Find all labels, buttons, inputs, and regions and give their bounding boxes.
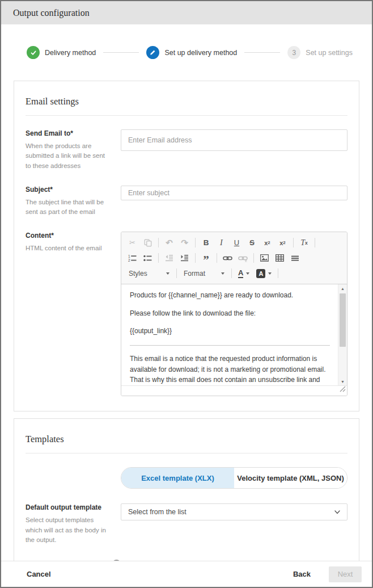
templates-heading: Templates bbox=[26, 434, 347, 445]
styles-dropdown[interactable]: Styles bbox=[125, 267, 173, 280]
styles-dropdown-label: Styles bbox=[129, 270, 160, 278]
send-email-to-label: Send Email to* bbox=[26, 129, 111, 137]
step-setup-delivery-method[interactable]: Set up delivery method bbox=[146, 46, 237, 59]
subject-help: The subject line that will be sent as pa… bbox=[26, 198, 111, 217]
format-dropdown[interactable]: Format bbox=[180, 267, 228, 280]
editor-body: Products for {{channel_name}} are ready … bbox=[121, 284, 347, 385]
background-color-icon: A bbox=[256, 269, 265, 278]
tab-excel-template[interactable]: Excel template (XLX) bbox=[121, 468, 234, 488]
editor-scrollbar[interactable]: ▲ ▼ bbox=[338, 284, 347, 385]
step-delivery-method[interactable]: Delivery method bbox=[27, 46, 96, 59]
resize-grip-icon[interactable] bbox=[340, 384, 346, 394]
editor-paragraph: This email is a notice that the requeste… bbox=[130, 354, 330, 385]
caret-down-icon bbox=[166, 272, 169, 275]
content-label-col: Content* HTML content of the email bbox=[26, 232, 121, 396]
toolbar-separator bbox=[195, 253, 196, 263]
send-email-to-row: Send Email to* When the products are sub… bbox=[26, 129, 347, 171]
content-horizontal-rule bbox=[130, 345, 330, 346]
rich-text-editor: ✂↶↷BIUSx2x2Tx 12” Styles Format bbox=[121, 232, 347, 396]
email-settings-heading: Email settings bbox=[26, 96, 347, 107]
bold-icon[interactable]: B bbox=[198, 236, 214, 249]
default-output-template-label: Default output template bbox=[26, 503, 111, 511]
subject-label: Subject* bbox=[26, 186, 111, 194]
default-output-template-help: Select output templates which will act a… bbox=[26, 515, 111, 545]
email-address-input[interactable] bbox=[121, 129, 347, 151]
text-color-button[interactable]: A bbox=[235, 267, 253, 280]
toolbar-separator bbox=[278, 268, 278, 278]
copy-icon bbox=[140, 236, 155, 249]
section-divider bbox=[26, 453, 347, 453]
email-settings-card: Email settings Send Email to* When the p… bbox=[14, 81, 359, 411]
toolbar-separator bbox=[293, 238, 294, 247]
bulleted-list-icon[interactable] bbox=[140, 251, 155, 264]
image-icon[interactable] bbox=[257, 251, 272, 264]
editor-footer-bar bbox=[121, 385, 347, 396]
default-output-template-row: Default output template Select output te… bbox=[26, 503, 347, 545]
caret-down-icon bbox=[246, 272, 249, 275]
editor-content[interactable]: Products for {{channel_name}} are ready … bbox=[121, 284, 347, 385]
subject-label-col: Subject* The subject line that will be s… bbox=[26, 186, 121, 217]
table-icon[interactable] bbox=[272, 251, 287, 264]
scroll-up-icon[interactable]: ▲ bbox=[338, 284, 347, 292]
scrollbar-thumb[interactable] bbox=[340, 293, 346, 347]
underline-icon[interactable]: U bbox=[229, 236, 244, 249]
stepper: Delivery method Set up delivery method 3… bbox=[27, 46, 353, 59]
editor-toolbar: ✂↶↷BIUSx2x2Tx 12” Styles Format bbox=[121, 232, 347, 284]
editor-paragraph: Please follow the link to download the f… bbox=[130, 308, 330, 319]
increase-indent-icon[interactable] bbox=[177, 251, 192, 264]
blockquote-icon[interactable]: ” bbox=[198, 251, 214, 264]
section-divider bbox=[26, 115, 347, 116]
subscript-icon[interactable]: x2 bbox=[260, 236, 275, 249]
text-color-icon: A bbox=[238, 269, 243, 278]
content-label: Content* bbox=[26, 232, 111, 240]
strikethrough-icon[interactable]: S bbox=[244, 236, 260, 249]
stepper-connector bbox=[244, 52, 280, 53]
numbered-list-icon[interactable]: 12 bbox=[125, 251, 140, 264]
default-output-template-select[interactable]: Select from the list bbox=[121, 503, 347, 520]
toolbar-row-2: 12” bbox=[125, 250, 344, 266]
send-email-to-label-col: Send Email to* When the products are sub… bbox=[26, 129, 121, 171]
back-button[interactable]: Back bbox=[293, 570, 311, 578]
step-label: Set up delivery method bbox=[164, 49, 237, 57]
background-color-button[interactable]: A bbox=[253, 267, 275, 280]
cancel-button[interactable]: Cancel bbox=[27, 570, 51, 578]
cut-icon: ✂ bbox=[125, 236, 140, 249]
step-label: Delivery method bbox=[45, 49, 96, 57]
toolbar-separator bbox=[176, 268, 177, 278]
step-setup-settings[interactable]: 3 Set up settings bbox=[287, 46, 353, 59]
step-label: Set up settings bbox=[306, 49, 353, 57]
editor-paragraph: Products for {{channel_name}} are ready … bbox=[130, 290, 330, 301]
template-type-tabs: Excel template (XLX) Velocity template (… bbox=[121, 467, 347, 489]
toolbar-separator bbox=[231, 268, 232, 278]
send-email-to-help: When the products are submitted a link w… bbox=[26, 141, 111, 171]
remove-format-icon[interactable]: Tx bbox=[296, 236, 312, 249]
superscript-icon[interactable]: x2 bbox=[275, 236, 290, 249]
redo-icon: ↷ bbox=[177, 236, 192, 249]
next-button[interactable]: Next bbox=[329, 566, 362, 582]
toolbar-row-3: Styles Format A bbox=[125, 266, 344, 281]
subject-row: Subject* The subject line that will be s… bbox=[26, 186, 347, 217]
editor-paragraph: {{output_link}} bbox=[130, 326, 330, 337]
horizontal-rule-icon[interactable] bbox=[287, 251, 303, 264]
svg-text:2: 2 bbox=[128, 258, 130, 262]
step-number-badge: 3 bbox=[287, 46, 300, 59]
select-value: Select from the list bbox=[128, 508, 186, 516]
subject-input[interactable] bbox=[121, 186, 347, 200]
decrease-indent-icon bbox=[162, 251, 177, 264]
dialog-titlebar: Output configuration bbox=[1, 1, 372, 24]
undo-icon: ↶ bbox=[162, 236, 177, 249]
italic-icon[interactable]: I bbox=[214, 236, 229, 249]
toolbar-row-1: ✂↶↷BIUSx2x2Tx bbox=[125, 235, 344, 250]
toolbar-separator bbox=[253, 253, 254, 263]
tab-velocity-template[interactable]: Velocity template (XML, JSON) bbox=[234, 468, 347, 488]
toolbar-separator bbox=[195, 238, 196, 247]
toolbar-separator bbox=[158, 238, 159, 247]
dialog-footer: Cancel Back Next bbox=[1, 561, 372, 587]
dialog-title: Output configuration bbox=[13, 8, 90, 18]
caret-down-icon bbox=[268, 272, 272, 275]
link-icon[interactable] bbox=[220, 251, 235, 264]
check-icon bbox=[27, 46, 40, 59]
unlink-icon bbox=[235, 251, 251, 264]
output-configuration-dialog: Output configuration Delivery method Set… bbox=[0, 0, 373, 588]
template-type-row: Excel template (XLX) Velocity template (… bbox=[26, 467, 347, 489]
